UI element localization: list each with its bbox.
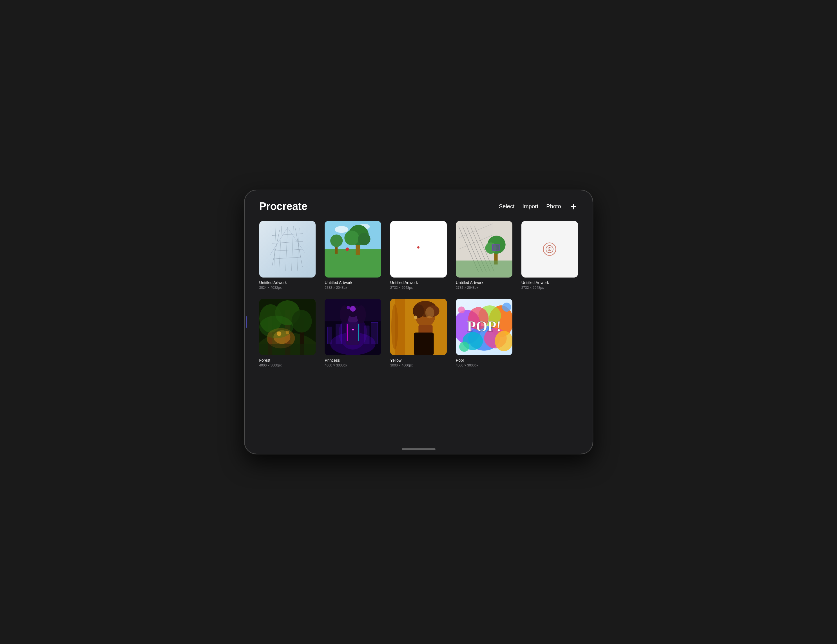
artwork-thumbnail: [456, 221, 512, 277]
svg-point-70: [357, 305, 366, 323]
artwork-item[interactable]: POP! Pop! 4000 × 3000px: [456, 299, 512, 367]
artwork-size: 3000 × 4000px: [390, 364, 447, 367]
svg-point-21: [345, 231, 359, 245]
gallery-row-1: Untitled Artwork 3024 × 4032px: [259, 221, 578, 290]
artwork-item[interactable]: Forest 4000 × 3000px: [259, 299, 316, 367]
artwork-item[interactable]: Untitled Artwork 2732 × 2048px: [522, 221, 578, 290]
svg-point-95: [458, 306, 465, 313]
svg-rect-37: [456, 261, 512, 277]
artwork-name: Untitled Artwork: [522, 280, 578, 285]
artwork-name: Princess: [325, 358, 381, 362]
artwork-thumbnail: [390, 221, 447, 277]
svg-point-22: [358, 233, 371, 245]
artwork-item[interactable]: Princess 4000 × 3000px: [325, 299, 381, 367]
svg-point-96: [459, 341, 469, 352]
artwork-thumbnail: POP!: [456, 299, 512, 355]
artwork-thumbnail: [325, 221, 381, 277]
svg-point-41: [549, 249, 550, 250]
dot-decoration: [417, 246, 420, 249]
svg-point-25: [330, 234, 343, 247]
select-button[interactable]: Select: [499, 203, 515, 210]
artwork-name: Forest: [259, 358, 316, 362]
gallery: Untitled Artwork 3024 × 4032px: [245, 218, 592, 454]
svg-point-94: [502, 303, 511, 311]
artwork-size: 2732 × 2048px: [390, 286, 447, 290]
svg-line-7: [272, 234, 303, 236]
svg-line-9: [272, 249, 303, 251]
device-frame: Procreate Select Import Photo: [244, 190, 593, 454]
add-button[interactable]: [569, 202, 578, 211]
svg-line-10: [272, 257, 303, 259]
home-indicator: [402, 448, 435, 450]
sidebar-handle: [246, 316, 247, 328]
svg-rect-82: [414, 333, 433, 355]
svg-rect-36: [492, 244, 499, 250]
artwork-size: 2732 × 2048px: [522, 286, 578, 290]
svg-line-3: [279, 226, 282, 271]
svg-point-85: [425, 307, 435, 318]
app-title: Procreate: [259, 200, 307, 213]
svg-line-5: [291, 226, 293, 270]
header-actions: Select Import Photo: [499, 202, 578, 211]
artwork-name: Untitled Artwork: [456, 280, 512, 285]
artwork-name: Untitled Artwork: [325, 280, 381, 285]
artwork-name: Untitled Artwork: [390, 280, 447, 285]
svg-line-31: [459, 224, 492, 238]
artwork-size: 4000 × 3000px: [325, 364, 381, 367]
artwork-item[interactable]: Untitled Artwork 2732 × 2048px: [390, 221, 447, 290]
svg-line-12: [287, 228, 305, 253]
artwork-item[interactable]: Untitled Artwork 3024 × 4032px: [259, 221, 316, 290]
svg-point-79: [413, 304, 424, 318]
svg-point-23: [346, 247, 349, 251]
artwork-item[interactable]: Untitled Artwork 2732 × 2048px: [325, 221, 381, 290]
artwork-item[interactable]: Yellow 3000 × 4000px: [390, 299, 447, 367]
artwork-size: 2732 × 2048px: [456, 286, 512, 290]
svg-point-80: [414, 316, 417, 319]
svg-rect-55: [259, 344, 316, 355]
svg-point-54: [286, 331, 289, 334]
svg-line-6: [297, 228, 299, 271]
artwork-thumbnail: [259, 221, 316, 277]
svg-point-52: [259, 316, 293, 338]
artwork-name: Pop!: [456, 358, 512, 362]
artwork-size: 2732 × 2048px: [325, 286, 381, 290]
svg-line-4: [286, 227, 287, 271]
svg-rect-65: [346, 322, 360, 345]
artwork-size: 4000 × 3000px: [456, 364, 512, 367]
screen: Procreate Select Import Photo: [245, 190, 592, 454]
svg-point-72: [347, 306, 350, 309]
artwork-thumbnail: [522, 221, 578, 277]
svg-point-49: [291, 310, 312, 333]
gallery-row-2: Forest 4000 × 3000px: [259, 299, 578, 367]
import-button[interactable]: Import: [522, 203, 538, 210]
svg-rect-18: [325, 249, 381, 277]
svg-text:POP!: POP!: [467, 318, 501, 334]
artwork-thumbnail: [325, 299, 381, 355]
artwork-thumbnail: [259, 299, 316, 355]
header: Procreate Select Import Photo: [245, 190, 592, 218]
artwork-size: 3024 × 4032px: [259, 286, 316, 290]
artwork-name: Yellow: [390, 358, 447, 362]
photo-button[interactable]: Photo: [546, 203, 561, 210]
artwork-thumbnail: [390, 299, 447, 355]
svg-point-71: [350, 306, 356, 311]
artwork-size: 4000 × 3000px: [259, 364, 316, 367]
svg-point-84: [391, 304, 398, 350]
svg-point-16: [335, 226, 348, 233]
svg-line-11: [270, 228, 287, 255]
artwork-name: Untitled Artwork: [259, 280, 316, 285]
artwork-item[interactable]: Untitled Artwork 2732 × 2048px: [456, 221, 512, 290]
svg-point-53: [277, 331, 281, 336]
